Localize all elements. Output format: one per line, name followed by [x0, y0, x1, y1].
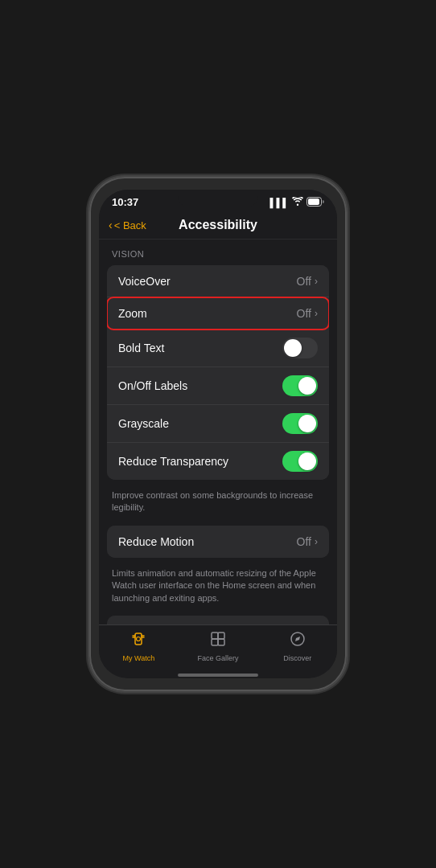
svg-rect-9	[218, 633, 224, 639]
reduce-transparency-row[interactable]: Reduce Transparency	[107, 443, 329, 480]
reduce-motion-value: Off	[297, 535, 311, 548]
svg-rect-10	[212, 639, 218, 645]
phone-frame: 10:37 ▌▌▌ ‹	[89, 177, 347, 691]
voiceover-right: Off ›	[297, 275, 318, 288]
vision-settings-group: VoiceOver Off › Zoom Off › Bold	[107, 265, 329, 480]
reduce-motion-row[interactable]: Reduce Motion Off ›	[107, 526, 329, 558]
zoom-row[interactable]: Zoom Off ›	[107, 297, 329, 330]
bold-text-row[interactable]: Bold Text	[107, 330, 329, 367]
back-button[interactable]: ‹ < Back	[109, 219, 146, 231]
tab-my-watch-label: My Watch	[123, 654, 155, 662]
grayscale-row[interactable]: Grayscale	[107, 405, 329, 443]
bold-text-toggle-knob	[284, 339, 302, 357]
voiceover-row[interactable]: VoiceOver Off ›	[107, 265, 329, 297]
nav-bar: ‹ < Back Accessibility	[99, 211, 337, 240]
back-label: < Back	[114, 219, 146, 231]
svg-rect-1	[308, 199, 319, 205]
signal-icon: ▌▌▌	[270, 198, 289, 207]
onoff-labels-toggle-knob	[298, 377, 316, 395]
voiceover-value: Off	[297, 275, 311, 288]
scroll-area[interactable]: VISION VoiceOver Off › Zoom Off ›	[99, 240, 337, 624]
zoom-label: Zoom	[118, 307, 147, 320]
grayscale-label: Grayscale	[118, 417, 169, 430]
discover-icon	[289, 630, 306, 652]
notch	[178, 190, 258, 207]
battery-icon	[306, 197, 324, 208]
bold-text-toggle[interactable]	[282, 338, 318, 358]
reduce-motion-right: Off ›	[297, 535, 318, 548]
reduce-motion-chevron-icon: ›	[315, 536, 318, 547]
wifi-icon	[292, 197, 303, 207]
face-gallery-icon	[209, 630, 227, 652]
voiceover-chevron-icon: ›	[315, 276, 318, 287]
grayscale-toggle[interactable]	[282, 413, 318, 434]
bold-text-label: Bold Text	[118, 342, 164, 354]
svg-rect-8	[212, 633, 218, 639]
zoom-chevron-icon: ›	[315, 308, 318, 319]
tab-face-gallery[interactable]: Face Gallery	[179, 630, 258, 662]
tab-discover-label: Discover	[283, 654, 311, 662]
back-chevron-icon: ‹	[109, 219, 113, 231]
chimes-row[interactable]: Chimes ›	[107, 616, 329, 624]
onoff-labels-label: On/Off Labels	[118, 379, 187, 392]
status-time: 10:37	[112, 196, 138, 208]
svg-marker-13	[295, 637, 300, 641]
transparency-hint: Improve contrast on some backgrounds to …	[99, 486, 337, 522]
tab-discover[interactable]: Discover	[257, 630, 337, 662]
reduce-transparency-label: Reduce Transparency	[118, 455, 228, 468]
onoff-labels-toggle[interactable]	[282, 375, 318, 396]
page-title: Accessibility	[179, 218, 257, 232]
zoom-right: Off ›	[297, 307, 318, 320]
svg-point-7	[137, 637, 141, 641]
reduce-transparency-toggle-knob	[298, 452, 316, 470]
reduce-transparency-toggle[interactable]	[282, 451, 318, 472]
voiceover-label: VoiceOver	[118, 275, 171, 288]
tab-my-watch[interactable]: My Watch	[99, 630, 179, 662]
reduce-motion-hint: Limits animation and automatic resizing …	[99, 564, 337, 612]
svg-rect-11	[218, 639, 224, 645]
onoff-labels-row[interactable]: On/Off Labels	[107, 367, 329, 405]
tab-bar: My Watch Face Gallery	[99, 624, 337, 670]
zoom-value: Off	[297, 307, 311, 320]
phone-screen: 10:37 ▌▌▌ ‹	[99, 190, 337, 678]
chimes-group: Chimes ›	[107, 616, 329, 624]
home-indicator	[178, 674, 258, 677]
grayscale-toggle-knob	[298, 415, 316, 432]
watch-icon	[130, 630, 147, 652]
tab-face-gallery-label: Face Gallery	[197, 654, 238, 662]
section-header-vision: VISION	[99, 240, 337, 262]
reduce-motion-group: Reduce Motion Off ›	[107, 526, 329, 558]
reduce-motion-label: Reduce Motion	[118, 535, 194, 548]
status-icons: ▌▌▌	[270, 197, 324, 208]
